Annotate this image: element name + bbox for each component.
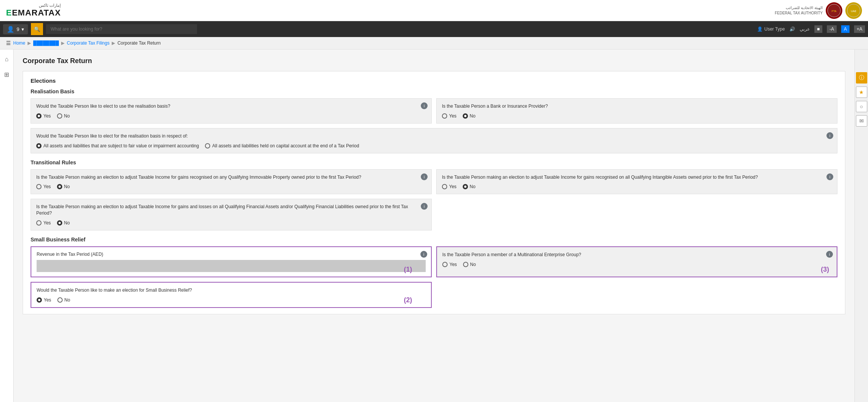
realisation-q2-yes-radio[interactable] xyxy=(442,113,447,119)
realisation-q3-option2[interactable]: All assets and liabilities held on capit… xyxy=(205,143,359,148)
sidebar-grid-icon[interactable]: ⊞ xyxy=(2,69,12,80)
transitional-q3-yes-radio[interactable] xyxy=(36,220,42,226)
realisation-q1-yes-radio[interactable] xyxy=(36,113,42,119)
account-selector[interactable]: 👤 9 ▾ xyxy=(3,24,28,34)
transitional-q3-no-radio[interactable] xyxy=(57,220,62,226)
transitional-q1-yes-option[interactable]: Yes xyxy=(36,184,51,189)
sbr-election-yes-option[interactable]: Yes xyxy=(37,297,51,303)
breadcrumb: ☰ Home ▶ ████████ ▶ Corporate Tax Filing… xyxy=(0,37,868,49)
revenue-info-icon[interactable]: i xyxy=(420,251,427,258)
multinational-card: Is the Taxable Person a member of a Mult… xyxy=(436,246,837,277)
transitional-rules-grid: Is the Taxable Person making an election… xyxy=(31,169,837,230)
logo-arabic: إمارات تاكس xyxy=(6,3,61,8)
multinational-text: Is the Taxable Person a member of a Mult… xyxy=(442,252,831,258)
audio-button[interactable]: 🔊 xyxy=(790,26,795,32)
arabic-toggle[interactable]: عربي xyxy=(800,26,810,32)
realisation-q3-option2-label: All assets and liabilities held on capit… xyxy=(212,143,359,148)
realisation-q1-no-radio[interactable] xyxy=(57,113,62,119)
realisation-q3-option1[interactable]: All assets and liabilities that are subj… xyxy=(36,143,199,148)
sbr-election-no-label: No xyxy=(65,297,70,303)
sbr-election-yes-radio[interactable] xyxy=(37,297,42,303)
sbr-grid: Revenue in the Tax Period (AED) i (1) Is… xyxy=(31,246,837,308)
transitional-q2-no-radio[interactable] xyxy=(463,184,468,189)
realisation-q3-option1-label: All assets and liabilities that are subj… xyxy=(43,143,199,148)
realisation-q2-no-radio[interactable] xyxy=(463,113,468,119)
realisation-q1-info-icon[interactable]: i xyxy=(421,102,428,109)
transitional-q1-no-label: No xyxy=(64,184,70,189)
transitional-q2-no-label: No xyxy=(470,184,476,189)
transitional-q1-info-icon[interactable]: i xyxy=(421,173,428,180)
realisation-q1-yes-label: Yes xyxy=(43,113,51,119)
multinational-yes-radio[interactable] xyxy=(442,262,448,267)
realisation-q1-text: Would the Taxable Person like to elect t… xyxy=(36,103,426,110)
search-icon: 🔍 xyxy=(34,26,40,32)
multinational-info-icon[interactable]: i xyxy=(826,251,833,258)
contrast-button[interactable]: ■ xyxy=(814,25,822,33)
realisation-q1-no-label: No xyxy=(64,113,70,119)
transitional-q3-info-icon[interactable]: i xyxy=(421,203,428,210)
realisation-q2-yes-option[interactable]: Yes xyxy=(442,113,457,119)
user-type-button[interactable]: 👤 User Type xyxy=(757,26,785,32)
sbr-election-no-option[interactable]: No xyxy=(57,297,70,303)
transitional-q2-yes-radio[interactable] xyxy=(442,184,447,189)
right-panel-star-button[interactable]: ★ xyxy=(856,87,867,98)
realisation-q2-text: Is the Taxable Person a Bank or Insuranc… xyxy=(442,103,832,110)
main-content: Corporate Tax Return Elections Realisati… xyxy=(14,49,854,402)
right-panel-circle-button[interactable]: ○ xyxy=(856,101,867,112)
chevron-down-icon: ▾ xyxy=(22,26,24,32)
fta-emblem: FTA xyxy=(826,2,842,19)
transitional-q3-no-label: No xyxy=(64,220,70,226)
transitional-q2-info-icon[interactable]: i xyxy=(826,173,833,180)
breadcrumb-home[interactable]: Home xyxy=(13,40,25,46)
realisation-q3-option1-radio[interactable] xyxy=(36,143,42,148)
breadcrumb-account[interactable]: ████████ xyxy=(33,40,59,46)
right-panel-info-button[interactable]: ⓘ xyxy=(856,72,867,83)
font-normal-button[interactable]: A xyxy=(841,25,850,33)
multinational-no-option[interactable]: No xyxy=(463,262,476,267)
transitional-q1-no-radio[interactable] xyxy=(57,184,62,189)
breadcrumb-filings[interactable]: Corporate Tax Filings xyxy=(67,40,109,46)
realisation-q2-no-label: No xyxy=(470,113,476,119)
revenue-input-card: Revenue in the Tax Period (AED) i (1) xyxy=(31,246,432,277)
transitional-q3-empty xyxy=(436,199,837,230)
sbr-election-radio-group: Yes No xyxy=(37,297,426,303)
font-decrease-button[interactable]: -A xyxy=(827,25,837,33)
hamburger-icon[interactable]: ☰ xyxy=(6,40,11,46)
sbr-election-no-radio[interactable] xyxy=(57,297,63,303)
account-icon: 👤 xyxy=(7,26,14,33)
annotation-1: (1) xyxy=(404,266,412,274)
nav-right-controls: 👤 User Type 🔊 عربي ■ -A A +A xyxy=(757,25,865,33)
multinational-yes-option[interactable]: Yes xyxy=(442,262,457,267)
transitional-q2-no-option[interactable]: No xyxy=(463,184,476,189)
multinational-no-label: No xyxy=(470,262,476,267)
font-increase-button[interactable]: +A xyxy=(854,25,865,33)
realisation-q3-option2-radio[interactable] xyxy=(205,143,210,148)
multinational-radio-group: Yes No xyxy=(442,262,831,267)
uae-emblem: UAE xyxy=(845,2,862,19)
breadcrumb-sep-2: ▶ xyxy=(61,40,65,46)
realisation-q1-no-option[interactable]: No xyxy=(57,113,70,119)
transitional-q1-no-option[interactable]: No xyxy=(57,184,70,189)
transitional-q3-no-option[interactable]: No xyxy=(57,220,70,226)
revenue-input[interactable] xyxy=(37,260,426,272)
search-button[interactable]: 🔍 xyxy=(31,23,43,35)
breadcrumb-sep-3: ▶ xyxy=(112,40,115,46)
transitional-q2-card: Is the Taxable Person making an election… xyxy=(436,169,837,195)
multinational-no-radio[interactable] xyxy=(463,262,468,267)
breadcrumb-current: Corporate Tax Return xyxy=(117,40,161,46)
sbr-election-yes-label: Yes xyxy=(44,297,51,303)
search-input[interactable] xyxy=(46,24,197,34)
transitional-q1-yes-radio[interactable] xyxy=(36,184,42,189)
transitional-q3-yes-option[interactable]: Yes xyxy=(36,220,51,226)
right-header: الهيئة الاتحادية للضرائب FEDERAL TAX AUT… xyxy=(775,2,862,19)
transitional-q2-yes-label: Yes xyxy=(449,184,457,189)
right-panel-chat-button[interactable]: ✉ xyxy=(856,115,867,127)
transitional-q2-radio-group: Yes No xyxy=(442,184,832,189)
realisation-q2-no-option[interactable]: No xyxy=(463,113,476,119)
account-number: 9 xyxy=(17,26,19,32)
transitional-q2-yes-option[interactable]: Yes xyxy=(442,184,457,189)
realisation-q3-info-icon[interactable]: i xyxy=(826,132,833,139)
realisation-q1-yes-option[interactable]: Yes xyxy=(36,113,51,119)
sidebar-home-icon[interactable]: ⌂ xyxy=(2,54,12,65)
sbr-title: Small Business Relief xyxy=(31,237,837,243)
